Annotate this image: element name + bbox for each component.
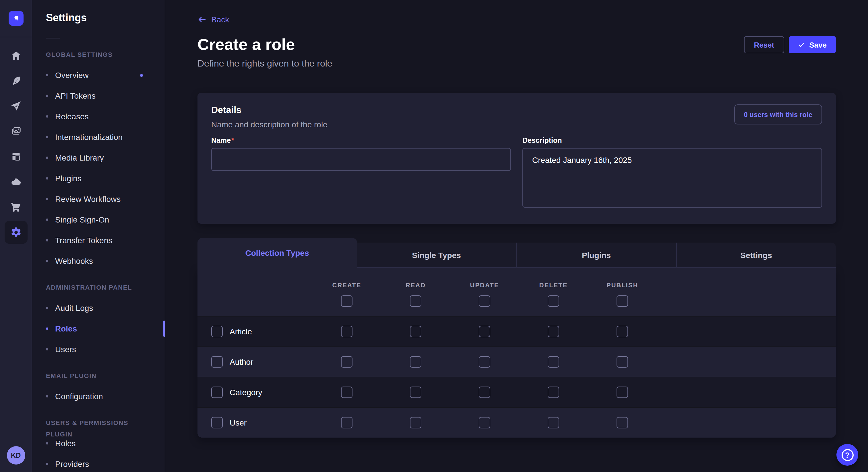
sidebar-item-transfer-tokens[interactable]: Transfer Tokens bbox=[32, 230, 165, 250]
user-row-checkbox[interactable] bbox=[211, 417, 223, 429]
details-subtitle: Name and description of the role bbox=[211, 119, 328, 130]
section-header: ADMINISTRATION PANEL bbox=[32, 281, 165, 293]
marketplace-cart-icon[interactable] bbox=[4, 196, 27, 218]
question-mark-icon: ? bbox=[841, 449, 854, 461]
check-icon bbox=[798, 41, 805, 48]
author-delete-checkbox[interactable] bbox=[548, 356, 559, 368]
select-all-read-checkbox[interactable] bbox=[410, 295, 422, 307]
author-read-checkbox[interactable] bbox=[410, 356, 422, 368]
rail-icon-list bbox=[4, 37, 27, 246]
permissions-header-row: CREATE READ UPDATE DELETE bbox=[197, 268, 836, 316]
sidebar-item-users[interactable]: Users bbox=[32, 339, 165, 360]
home-icon[interactable] bbox=[4, 44, 27, 67]
media-library-icon[interactable] bbox=[4, 120, 27, 143]
description-textarea[interactable]: Created January 16th, 2025 bbox=[522, 148, 822, 208]
tab-single-types[interactable]: Single Types bbox=[357, 243, 516, 268]
header-actions: Reset Save bbox=[744, 36, 836, 53]
sidebar-item-overview[interactable]: Overview bbox=[32, 65, 165, 86]
bullet-icon bbox=[46, 115, 48, 117]
sidebar-item-roles-admin[interactable]: Roles bbox=[32, 318, 165, 339]
column-header-update: UPDATE bbox=[470, 281, 499, 289]
section-header: EMAIL PLUGIN bbox=[32, 370, 165, 381]
sidebar-item-providers[interactable]: Providers bbox=[32, 453, 165, 472]
details-card-header: Details Name and description of the role… bbox=[211, 104, 822, 130]
category-read-checkbox[interactable] bbox=[410, 386, 422, 398]
help-button[interactable]: ? bbox=[836, 444, 858, 466]
sidebar-item-configuration[interactable]: Configuration bbox=[32, 386, 165, 407]
logo-container bbox=[0, 0, 32, 37]
bullet-icon bbox=[46, 463, 48, 465]
user-avatar[interactable]: KD bbox=[7, 446, 25, 465]
author-row-checkbox[interactable] bbox=[211, 356, 223, 368]
layout-icon[interactable] bbox=[4, 145, 27, 168]
sidebar-item-roles-up[interactable]: Roles bbox=[32, 433, 165, 453]
sidebar-item-single-sign-on[interactable]: Single Sign-On bbox=[32, 209, 165, 230]
article-update-checkbox[interactable] bbox=[479, 326, 490, 337]
article-delete-checkbox[interactable] bbox=[548, 326, 559, 337]
author-publish-checkbox[interactable] bbox=[617, 356, 628, 368]
category-publish-checkbox[interactable] bbox=[617, 386, 628, 398]
article-create-checkbox[interactable] bbox=[341, 326, 352, 337]
tab-plugins[interactable]: Plugins bbox=[516, 243, 676, 268]
sidebar-item-api-tokens[interactable]: API Tokens bbox=[32, 86, 165, 106]
bullet-icon bbox=[46, 260, 48, 262]
sidebar-item-webhooks[interactable]: Webhooks bbox=[32, 250, 165, 271]
sidebar-item-plugins[interactable]: Plugins bbox=[32, 168, 165, 189]
settings-sidebar: Settings GLOBAL SETTINGS Overview API To… bbox=[32, 0, 165, 472]
sidebar-item-internationalization[interactable]: Internationalization bbox=[32, 127, 165, 147]
details-fields: Name* Description Created January 16th, … bbox=[211, 136, 822, 210]
user-create-checkbox[interactable] bbox=[341, 417, 352, 429]
tab-settings[interactable]: Settings bbox=[676, 243, 836, 268]
name-input[interactable] bbox=[211, 148, 511, 171]
select-all-update-checkbox[interactable] bbox=[479, 295, 490, 307]
user-publish-checkbox[interactable] bbox=[617, 417, 628, 429]
bullet-icon bbox=[46, 348, 48, 350]
permission-row-category: Category bbox=[197, 377, 836, 407]
permissions-panel: CREATE READ UPDATE DELETE bbox=[197, 268, 836, 438]
sidebar-item-audit-logs[interactable]: Audit Logs bbox=[32, 298, 165, 318]
back-link[interactable]: Back bbox=[197, 15, 229, 24]
title-divider bbox=[46, 38, 60, 38]
feather-icon[interactable] bbox=[4, 69, 27, 92]
paper-plane-icon[interactable] bbox=[4, 95, 27, 117]
select-all-publish-checkbox[interactable] bbox=[617, 295, 628, 307]
user-update-checkbox[interactable] bbox=[479, 417, 490, 429]
name-field-group: Name* bbox=[211, 136, 511, 210]
section-users-permissions-plugin: USERS & PERMISSIONS PLUGIN Roles Provide… bbox=[32, 417, 165, 472]
main-content: Back Create a role Reset Save Define the… bbox=[165, 0, 868, 472]
cloud-icon[interactable] bbox=[4, 170, 27, 193]
save-button[interactable]: Save bbox=[788, 36, 836, 53]
select-all-create-checkbox[interactable] bbox=[341, 295, 352, 307]
reset-button[interactable]: Reset bbox=[744, 36, 784, 53]
sidebar-item-releases[interactable]: Releases bbox=[32, 106, 165, 127]
category-create-checkbox[interactable] bbox=[341, 386, 352, 398]
bullet-icon bbox=[46, 157, 48, 159]
user-delete-checkbox[interactable] bbox=[548, 417, 559, 429]
settings-gear-icon[interactable] bbox=[4, 221, 27, 244]
article-read-checkbox[interactable] bbox=[410, 326, 422, 337]
sidebar-item-media-library[interactable]: Media Library bbox=[32, 147, 165, 168]
article-row-checkbox[interactable] bbox=[211, 326, 223, 337]
author-create-checkbox[interactable] bbox=[341, 356, 352, 368]
permission-row-user: User bbox=[197, 407, 836, 438]
bullet-icon bbox=[46, 198, 48, 200]
permissions-section: Collection Types Single Types Plugins Se… bbox=[197, 238, 836, 438]
select-all-delete-checkbox[interactable] bbox=[548, 295, 559, 307]
user-read-checkbox[interactable] bbox=[410, 417, 422, 429]
page-title: Create a role bbox=[197, 34, 295, 55]
users-with-role-button[interactable]: 0 users with this role bbox=[734, 104, 822, 125]
tab-collection-types[interactable]: Collection Types bbox=[197, 238, 357, 268]
description-field-group: Description Created January 16th, 2025 bbox=[522, 136, 822, 210]
author-update-checkbox[interactable] bbox=[479, 356, 490, 368]
page-subtitle: Define the rights given to the role bbox=[197, 57, 836, 70]
bullet-icon bbox=[46, 74, 48, 76]
article-publish-checkbox[interactable] bbox=[617, 326, 628, 337]
category-update-checkbox[interactable] bbox=[479, 386, 490, 398]
strapi-logo-icon[interactable] bbox=[8, 11, 23, 26]
bullet-icon bbox=[46, 95, 48, 97]
category-row-checkbox[interactable] bbox=[211, 386, 223, 398]
section-email-plugin: EMAIL PLUGIN Configuration bbox=[32, 370, 165, 407]
bullet-icon bbox=[46, 218, 48, 221]
sidebar-item-review-workflows[interactable]: Review Workflows bbox=[32, 189, 165, 209]
category-delete-checkbox[interactable] bbox=[548, 386, 559, 398]
